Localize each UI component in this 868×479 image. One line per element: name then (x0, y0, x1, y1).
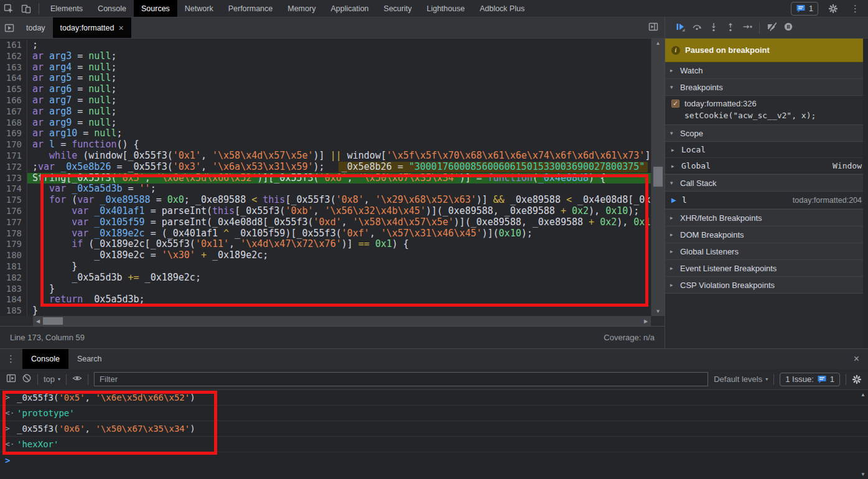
step-into-button[interactable] (709, 22, 719, 34)
code-text[interactable]: ar l = function() { (27, 139, 651, 151)
line-number[interactable]: 182 (0, 272, 27, 284)
main-tab-memory[interactable]: Memory (280, 0, 323, 17)
line-number[interactable]: 181 (0, 261, 27, 272)
scroll-down-icon[interactable]: ▼ (651, 309, 665, 314)
navigator-toggle-icon[interactable] (0, 17, 19, 38)
breakpoint-checkbox[interactable]: ✓ (671, 100, 679, 108)
console-prompt[interactable]: > (0, 452, 868, 458)
main-tab-network[interactable]: Network (177, 0, 221, 17)
drawer-tab-console[interactable]: Console (22, 349, 68, 369)
sidebar-section-dom-breakpoints[interactable]: ▸DOM Breakpoints (665, 226, 868, 243)
line-number[interactable]: 164 (0, 73, 27, 84)
step-button[interactable] (742, 22, 752, 34)
log-levels-dropdown[interactable]: Default levels▾ (714, 374, 768, 384)
code-editor[interactable]: 161;162ar arg3 = null;163ar arg4 = null;… (0, 39, 665, 316)
line-number[interactable]: 172 (0, 162, 27, 173)
resume-button[interactable] (675, 22, 685, 34)
code-text[interactable]: ar arg5 = null; (27, 73, 651, 84)
clear-console-icon[interactable] (22, 373, 32, 385)
scroll-down-icon[interactable]: ▼ (861, 472, 866, 477)
sidebar-section-global-listeners[interactable]: ▸Global Listeners (665, 243, 868, 260)
main-tab-adblock-plus[interactable]: Adblock Plus (472, 0, 532, 17)
line-number[interactable]: 183 (0, 284, 27, 295)
line-number[interactable]: 169 (0, 128, 27, 139)
horizontal-scroll-thumb[interactable] (43, 317, 63, 325)
scroll-up-icon[interactable]: ▲ (651, 40, 665, 46)
console-issues-counter[interactable]: 1 Issue: 1 (780, 373, 840, 386)
line-number[interactable]: 180 (0, 250, 27, 261)
code-text[interactable]: ; (27, 40, 651, 51)
scope-row-global[interactable]: ▸GlobalWindow (665, 158, 868, 174)
code-text[interactable]: } (27, 261, 651, 272)
pause-on-exceptions-button[interactable] (783, 22, 793, 34)
scroll-right-icon[interactable]: ▶ (641, 319, 651, 324)
main-tab-lighthouse[interactable]: Lighthouse (419, 0, 472, 17)
issues-badge[interactable]: 1 (791, 2, 818, 16)
line-number[interactable]: 171 (0, 151, 27, 162)
code-text[interactable]: return _0x5a5d3b; (27, 294, 651, 305)
code-lines[interactable]: 161;162ar arg3 = null;163ar arg4 = null;… (0, 39, 651, 316)
breakpoint-entry[interactable]: ✓today:formatted:326setCookie("acw_sc__v… (665, 96, 868, 124)
scroll-left-icon[interactable]: ◀ (33, 319, 43, 324)
javascript-context-dropdown[interactable]: top▾ (44, 374, 60, 384)
sidebar-section-call-stack[interactable]: ▾Call Stack (665, 175, 868, 192)
sidebar-section-breakpoints[interactable]: ▾Breakpoints (665, 79, 868, 96)
main-tab-security[interactable]: Security (376, 0, 419, 17)
line-number[interactable]: 179 (0, 239, 27, 250)
code-text[interactable]: _0x189e2c = '\x30' + _0x189e2c; (27, 250, 651, 261)
line-number[interactable]: 175 (0, 195, 27, 206)
code-text[interactable]: var _0x189e2c = (_0x401af1 ^ _0x105f59)[… (27, 228, 651, 240)
code-text[interactable]: while (window[_0x55f3('0x1', '\x58\x4d\x… (27, 151, 651, 162)
call-stack-frame[interactable]: ▶ltoday:formatted:204 (665, 192, 868, 209)
console-sidebar-toggle-icon[interactable] (6, 373, 16, 385)
line-number[interactable]: 170 (0, 139, 27, 151)
line-number[interactable]: 176 (0, 206, 27, 217)
file-tab-today[interactable]: today (19, 17, 53, 38)
code-text[interactable]: ar arg9 = null; (27, 118, 651, 129)
code-text[interactable]: var _0x401af1 = parseInt(this[_0x55f3('0… (27, 206, 651, 217)
vertical-scroll-thumb[interactable] (653, 167, 663, 187)
line-number[interactable]: 178 (0, 228, 27, 240)
line-number[interactable]: 167 (0, 106, 27, 118)
line-number[interactable]: 161 (0, 40, 27, 51)
console-filter-input[interactable] (94, 372, 708, 386)
main-tab-application[interactable]: Application (323, 0, 376, 17)
line-number[interactable]: 184 (0, 294, 27, 305)
line-number[interactable]: 162 (0, 51, 27, 62)
code-text[interactable]: ar arg3 = null; (27, 51, 651, 62)
code-text[interactable]: _0x5a5d3b += _0x189e2c; (27, 272, 651, 284)
code-text[interactable]: ar arg6 = null; (27, 84, 651, 95)
step-over-button[interactable] (692, 22, 702, 34)
drawer-menu-icon[interactable]: ⋮ (0, 353, 22, 365)
line-number[interactable]: 177 (0, 217, 27, 228)
code-text[interactable]: } (27, 305, 651, 316)
editor-horizontal-scrollbar[interactable]: ◀ ▶ (0, 316, 665, 326)
device-toolbar-icon[interactable] (17, 0, 35, 17)
code-text[interactable]: String[_0x55f3('0x5', '\x6e\x5d\x66\x52'… (27, 173, 651, 184)
line-number[interactable]: 173 (0, 173, 27, 184)
code-text[interactable]: ;var _0x5e8b26 = _0x55f3('0x3', '\x6a\x5… (27, 162, 651, 173)
main-tab-elements[interactable]: Elements (43, 0, 90, 17)
settings-gear-icon[interactable] (824, 0, 842, 17)
sidebar-section-watch[interactable]: ▸Watch (665, 62, 868, 79)
code-text[interactable]: } (27, 284, 651, 295)
main-tab-performance[interactable]: Performance (221, 0, 281, 17)
live-expression-eye-icon[interactable] (72, 373, 82, 385)
scroll-up-icon[interactable]: ▲ (861, 392, 866, 398)
sidebar-section-event-listener-breakpoints[interactable]: ▸Event Listener Breakpoints (665, 260, 868, 277)
line-number[interactable]: 165 (0, 84, 27, 95)
sidebar-section-xhr-fetch-breakpoints[interactable]: ▸XHR/fetch Breakpoints (665, 210, 868, 226)
code-text[interactable]: var _0x105f59 = parseInt(_0x4e08d8[_0x55… (27, 217, 651, 228)
step-out-button[interactable] (726, 22, 735, 34)
drawer-tab-search[interactable]: Search (68, 349, 111, 369)
main-tab-console[interactable]: Console (90, 0, 134, 17)
line-number[interactable]: 185 (0, 305, 27, 316)
sidebar-section-csp-violation-breakpoints[interactable]: ▸CSP Violation Breakpoints (665, 277, 868, 294)
code-text[interactable]: ar arg10 = null; (27, 128, 651, 139)
line-number[interactable]: 174 (0, 184, 27, 195)
sidebar-section-scope[interactable]: ▾Scope (665, 125, 868, 142)
code-text[interactable]: ar arg8 = null; (27, 106, 651, 118)
scope-row-local[interactable]: ▸Local (665, 142, 868, 158)
close-drawer-icon[interactable]: × (845, 353, 868, 365)
line-number[interactable]: 163 (0, 62, 27, 73)
